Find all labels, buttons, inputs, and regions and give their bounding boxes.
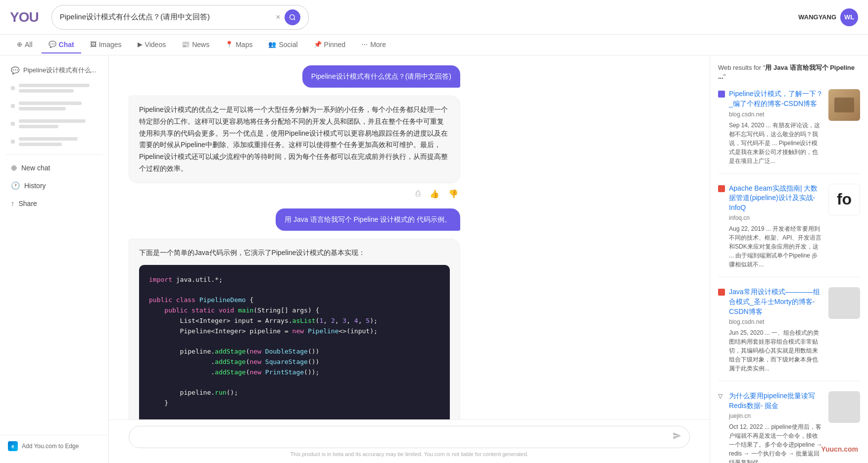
chat-bubble-icon: 💬 <box>11 66 19 74</box>
blur-line <box>19 143 62 146</box>
new-chat-label: New chat <box>21 164 50 172</box>
chat-dot-2 <box>11 104 15 108</box>
code-line-4: public static void main(String[] args) { <box>149 306 440 316</box>
plus-icon: ⊕ <box>11 163 17 172</box>
history-button[interactable]: 🕐 History <box>3 177 105 194</box>
tab-maps[interactable]: 📍 Maps <box>218 37 259 53</box>
user-bubble-1: Pipeline设计模式有什么优点？(请用中文回答) <box>302 65 460 88</box>
logo: YOU <box>10 9 39 25</box>
message-input[interactable] <box>137 433 668 441</box>
tab-images-label: Images <box>99 41 122 49</box>
result-domain-1: blog.csdn.net <box>729 111 823 118</box>
ai-text-2-prefix: 下面是一个简单的Java代码示例，它演示了Pipeline设计模式的基本实现： <box>139 249 365 257</box>
tab-maps-label: Maps <box>236 41 252 49</box>
result-header-2: Apache Beam实战指南| 大数据管道(pipeline)设计及实战-In… <box>718 184 823 213</box>
more-icon: ⋯ <box>361 41 368 48</box>
new-chat-button[interactable]: ⊕ New chat <box>3 159 105 176</box>
tab-images[interactable]: 🖼 Images <box>83 37 129 53</box>
news-icon: 📰 <box>182 41 190 48</box>
result-text-2: Apache Beam实战指南| 大数据管道(pipeline)设计及实战-In… <box>718 184 823 269</box>
sidebar-item-pipeline-chat[interactable]: 💬 Pipeline设计模式有什么... <box>3 62 105 79</box>
results-query: 用 Java 语言给我写个 Pipeline ... <box>718 64 855 80</box>
chat-lines-3 <box>19 119 97 128</box>
code-line-12: pipeline.run(); <box>149 388 440 398</box>
thumbs-up-btn[interactable]: 👍 <box>428 187 441 201</box>
user-name: WANGYANG <box>798 13 836 21</box>
videos-icon: ▶ <box>138 41 143 48</box>
share-button[interactable]: ↑ Share <box>3 195 105 211</box>
maps-icon: 📍 <box>225 41 233 48</box>
share-label: Share <box>19 200 37 207</box>
chat-dot-3 <box>11 122 15 126</box>
result-favicon-2 <box>718 185 725 192</box>
chat-lines-1 <box>19 84 97 93</box>
thumbs-down-btn[interactable]: 👎 <box>446 187 460 201</box>
chat-lines-2 <box>19 102 97 110</box>
ai-bubble-1: Pipeline设计模式的优点之一是可以将一个大型任务分解为一系列的小任务，每个… <box>129 96 460 183</box>
tab-social[interactable]: 👥 Social <box>261 37 304 53</box>
search-input[interactable] <box>60 13 272 21</box>
result-triangle-4: ▽ <box>718 393 725 400</box>
tab-more[interactable]: ⋯ More <box>354 37 393 53</box>
clear-icon[interactable]: × <box>276 13 280 22</box>
result-title-4[interactable]: 为什么要用pipeline批量读写Redis数据- 掘金 <box>729 391 823 411</box>
tab-chat-label: Chat <box>59 41 74 49</box>
result-image-1 <box>828 89 860 121</box>
sidebar-blurred-item-1[interactable] <box>3 80 105 96</box>
chat-action-buttons: ⎙ 👍 👎 <box>129 187 460 201</box>
tab-news[interactable]: 📰 News <box>175 37 216 53</box>
result-title-1[interactable]: Pipeline设计模式，了解一下？_编了个程的博客-CSDN博客 <box>729 89 823 108</box>
result-img-content-1 <box>828 89 860 121</box>
sidebar-chat-title: Pipeline设计模式有什么... <box>23 66 96 75</box>
share-action-btn[interactable]: ⎙ <box>414 187 423 201</box>
user-message-1: Pipeline设计模式有什么优点？(请用中文回答) <box>129 65 460 88</box>
add-edge-button[interactable]: e Add You.com to Edge <box>0 435 108 457</box>
sidebar-blurred-item-2[interactable] <box>3 98 105 114</box>
result-text-3: Java常用设计模式————组合模式_圣斗士Morty的博客-CSDN博客 bl… <box>718 287 823 373</box>
main-content: 💬 Pipeline设计模式有什么... <box>0 55 868 463</box>
watermark: Yuucn.com <box>821 445 858 453</box>
tab-chat[interactable]: 💬 Chat <box>42 37 81 53</box>
code-line-14 <box>149 409 440 419</box>
result-item-1: Pipeline设计模式，了解一下？_编了个程的博客-CSDN博客 blog.c… <box>718 89 860 173</box>
images-icon: 🖼 <box>90 41 96 48</box>
all-icon: ⊕ <box>17 41 22 48</box>
code-line-5: List<Integer> input = Arrays.asList(1, 2… <box>149 316 440 326</box>
input-area: This product is in beta and its accuracy… <box>109 419 710 463</box>
tab-more-label: More <box>370 41 386 49</box>
send-button[interactable] <box>673 431 681 443</box>
result-favicon-3 <box>718 289 725 296</box>
result-content-2: Apache Beam实战指南| 大数据管道(pipeline)设计及实战-In… <box>718 184 860 269</box>
result-content-3: Java常用设计模式————组合模式_圣斗士Morty的博客-CSDN博客 bl… <box>718 287 860 373</box>
tab-pinned[interactable]: 📌 Pinned <box>307 37 353 53</box>
tab-videos[interactable]: ▶ Videos <box>131 37 173 53</box>
blur-line <box>19 125 58 128</box>
result-title-2[interactable]: Apache Beam实战指南| 大数据管道(pipeline)设计及实战-In… <box>729 184 823 213</box>
chat-dot-1 <box>11 86 15 90</box>
blur-line <box>19 84 90 87</box>
avatar[interactable]: WL <box>840 8 858 26</box>
pinned-icon: 📌 <box>314 41 322 48</box>
code-line-7 <box>149 336 440 347</box>
sidebar-blurred-item-3[interactable] <box>3 116 105 132</box>
tab-all[interactable]: ⊕ All <box>10 37 40 53</box>
blur-line <box>19 137 78 141</box>
edge-icon: e <box>8 441 18 451</box>
search-bar: × <box>51 5 309 30</box>
result-snippet-3: Jun 25, 2020 ... 一、组合模式的类图结构用套娃形容组合模式非常贴… <box>729 328 823 373</box>
result-domain-4: juejin.cn <box>729 412 823 419</box>
sidebar-blurred-item-4[interactable] <box>3 134 105 150</box>
tab-all-label: All <box>25 41 33 49</box>
result-domain-3: blog.csdn.net <box>729 318 823 325</box>
code-line-9: .addStage(new SquareStage()) <box>149 357 440 367</box>
tab-pinned-label: Pinned <box>324 41 346 49</box>
add-edge-label: Add You.com to Edge <box>22 443 79 450</box>
chat-messages: Pipeline设计模式有什么优点？(请用中文回答) Pipeline设计模式的… <box>109 55 480 419</box>
code-line-10: .addStage(new PrintStage()); <box>149 367 440 378</box>
chat-dot-4 <box>11 140 15 144</box>
right-panel: Web results for "用 Java 语言给我写个 Pipeline … <box>710 55 868 463</box>
result-title-3[interactable]: Java常用设计模式————组合模式_圣斗士Morty的博客-CSDN博客 <box>729 287 823 316</box>
search-button[interactable] <box>285 9 300 25</box>
blur-line <box>19 107 66 110</box>
header-right: WANGYANG WL <box>798 8 858 26</box>
